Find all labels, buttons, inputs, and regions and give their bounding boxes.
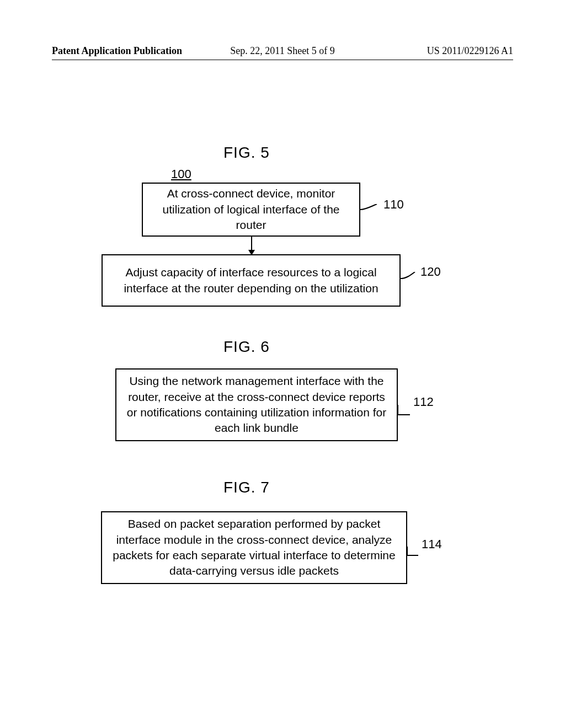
box-110-text: At cross-connect device, monitor utiliza… (148, 186, 354, 233)
box-120-text: Adjust capacity of interface resources t… (108, 265, 394, 296)
leader-110 (360, 204, 382, 217)
box-114-text: Based on packet separation performed by … (108, 516, 401, 579)
arrow-110-120 (247, 237, 256, 256)
figure-5-title: FIG. 5 (223, 144, 270, 162)
figure-6-title: FIG. 6 (223, 338, 270, 356)
figure-7-title: FIG. 7 (223, 479, 270, 496)
num-110: 110 (383, 197, 404, 212)
box-112-text: Using the network management interface w… (122, 373, 391, 436)
page-header: Patent Application Publication Sep. 22, … (0, 45, 565, 57)
leader-112 (398, 405, 414, 417)
header-rule (52, 60, 513, 60)
leader-114 (407, 547, 423, 558)
header-right: US 2011/0229126 A1 (427, 45, 513, 57)
header-left: Patent Application Publication (52, 45, 182, 57)
num-120: 120 (420, 265, 441, 279)
box-120: Adjust capacity of interface resources t… (102, 254, 401, 307)
num-112: 112 (413, 395, 434, 409)
num-114: 114 (422, 537, 442, 552)
box-114: Based on packet separation performed by … (101, 511, 407, 584)
box-112: Using the network management interface w… (115, 368, 398, 441)
leader-120 (401, 272, 419, 285)
figure-5-ref: 100 (171, 167, 191, 181)
box-110: At cross-connect device, monitor utiliza… (142, 183, 360, 237)
